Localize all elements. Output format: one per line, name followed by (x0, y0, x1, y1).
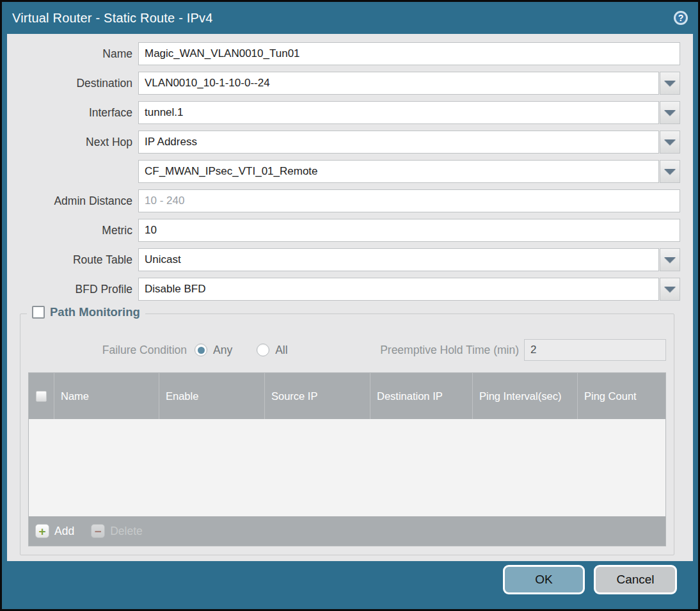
name-input[interactable] (138, 42, 680, 65)
destination-row: Destination (14, 72, 680, 95)
delete-button[interactable]: − Delete (91, 524, 143, 538)
interface-label: Interface (14, 106, 138, 120)
next-hop-address-input[interactable] (138, 160, 659, 183)
help-icon[interactable]: ? (674, 11, 688, 25)
column-header-ping-count[interactable]: Ping Count (578, 373, 665, 419)
static-route-dialog: Virtual Router - Static Route - IPv4 ? N… (0, 0, 700, 611)
path-monitoring-checkbox[interactable] (32, 306, 45, 319)
failure-condition-all-option[interactable]: All (257, 344, 287, 357)
cancel-button[interactable]: Cancel (594, 565, 677, 594)
table-header-checkbox-cell (29, 373, 54, 419)
path-monitoring-title: Path Monitoring (50, 305, 140, 319)
name-row: Name (14, 42, 680, 65)
bfd-profile-dropdown-button[interactable] (660, 278, 680, 301)
interface-input[interactable] (138, 101, 659, 124)
select-all-checkbox[interactable] (36, 391, 47, 402)
add-button-label: Add (54, 525, 74, 538)
metric-label: Metric (14, 224, 138, 237)
ok-button[interactable]: OK (503, 565, 585, 594)
radio-unselected-icon (257, 344, 269, 356)
failure-condition-any-option[interactable]: Any (195, 344, 232, 357)
path-monitoring-section: Path Monitoring Failure Condition Any Al… (20, 313, 674, 555)
column-header-destination-ip[interactable]: Destination IP (370, 373, 473, 419)
chevron-down-icon (664, 169, 676, 175)
failure-condition-all-label: All (275, 344, 287, 357)
next-hop-address-row (14, 160, 680, 183)
next-hop-label: Next Hop (14, 136, 138, 149)
chevron-down-icon (664, 81, 676, 86)
admin-distance-input[interactable] (138, 189, 680, 212)
dialog-footer: OK Cancel (2, 561, 698, 609)
dialog-content: Name Destination Interface Next Hop (7, 34, 693, 561)
failure-condition-any-label: Any (213, 344, 232, 357)
add-button[interactable]: + Add (35, 524, 74, 538)
dialog-title: Virtual Router - Static Route - IPv4 (12, 11, 213, 26)
preemptive-hold-time-label: Preemptive Hold Time (min) (380, 344, 524, 357)
chevron-down-icon (664, 139, 676, 145)
next-hop-row: Next Hop (14, 131, 680, 154)
name-label: Name (14, 47, 138, 61)
destination-label: Destination (14, 77, 138, 90)
table-header: Name Enable Source IP Destination IP Pin… (29, 373, 665, 419)
column-header-ping-interval[interactable]: Ping Interval(sec) (473, 373, 578, 419)
metric-row: Metric (14, 219, 680, 242)
table-footer: + Add − Delete (29, 516, 665, 546)
column-header-name[interactable]: Name (54, 373, 159, 419)
bfd-profile-row: BFD Profile (14, 278, 680, 301)
radio-selected-icon (195, 344, 207, 356)
destination-input[interactable] (138, 72, 659, 95)
admin-distance-row: Admin Distance (14, 189, 680, 212)
column-header-source-ip[interactable]: Source IP (265, 373, 370, 419)
next-hop-address-dropdown-button[interactable] (660, 160, 680, 183)
bfd-profile-input[interactable] (138, 278, 659, 301)
failure-condition-row: Failure Condition Any All Preemptive Hol… (28, 338, 666, 361)
route-table-input[interactable] (138, 248, 659, 271)
chevron-down-icon (664, 110, 676, 116)
path-monitoring-table: Name Enable Source IP Destination IP Pin… (28, 372, 666, 546)
path-monitoring-legend: Path Monitoring (27, 305, 145, 319)
failure-condition-label: Failure Condition (28, 344, 195, 357)
metric-input[interactable] (138, 219, 680, 242)
add-plus-icon: + (35, 524, 49, 538)
chevron-down-icon (664, 257, 676, 263)
interface-row: Interface (14, 101, 680, 124)
route-table-label: Route Table (14, 253, 138, 267)
delete-minus-icon: − (91, 524, 105, 538)
preemptive-hold-time-input[interactable] (524, 339, 666, 361)
route-table-dropdown-button[interactable] (660, 248, 680, 271)
table-body-empty (29, 419, 665, 516)
destination-dropdown-button[interactable] (660, 72, 680, 95)
column-header-enable[interactable]: Enable (159, 373, 265, 419)
delete-button-label: Delete (110, 525, 143, 538)
dialog-titlebar: Virtual Router - Static Route - IPv4 ? (2, 2, 698, 34)
route-table-row: Route Table (14, 248, 680, 271)
next-hop-type-input[interactable] (138, 131, 659, 154)
next-hop-type-dropdown-button[interactable] (660, 131, 680, 154)
bfd-profile-label: BFD Profile (14, 283, 138, 296)
admin-distance-label: Admin Distance (14, 194, 138, 208)
chevron-down-icon (664, 287, 676, 292)
interface-dropdown-button[interactable] (660, 101, 680, 124)
